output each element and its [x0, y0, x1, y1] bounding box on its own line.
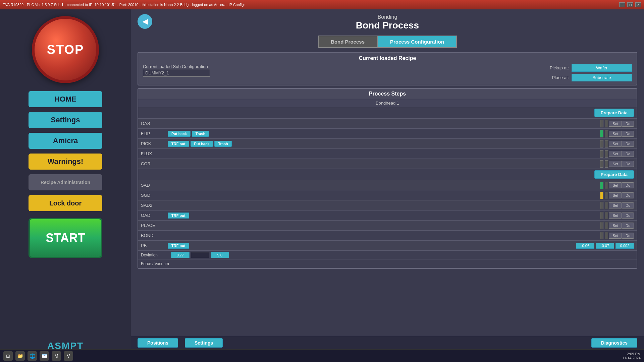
sad2-indicator — [600, 202, 603, 209]
taskbar-icon-3[interactable]: 📧 — [40, 351, 49, 361]
taskbar-icon-5[interactable]: V — [64, 351, 73, 361]
place-do-btn[interactable]: Do — [622, 223, 634, 229]
step-row-flux: FLUX Set Do — [138, 149, 637, 159]
pick-buttons: TRF out Put back Trash — [168, 141, 599, 147]
step-row-sgd: SGD Set Do — [138, 190, 637, 200]
oas-do-btn[interactable]: Do — [622, 121, 634, 127]
place-indicator — [600, 222, 603, 229]
back-button[interactable]: ◀ — [138, 14, 152, 29]
pick-indicator2 — [605, 140, 608, 147]
oas-set-btn[interactable]: Set — [609, 121, 622, 127]
step-name-sad: SAD — [141, 183, 168, 188]
flip-trash-btn[interactable]: Trash — [192, 131, 209, 137]
diagnostics-button[interactable]: Diagnostics — [591, 338, 637, 348]
close-button[interactable]: ✕ — [635, 2, 641, 7]
bond-indicator2 — [605, 232, 608, 239]
page-title: Bond Process — [356, 20, 419, 31]
pb-dev-val-3: 0.002 — [615, 243, 634, 249]
recipe-admin-button[interactable]: Recipe Administration — [29, 174, 102, 190]
lock-door-button[interactable]: Lock door — [29, 195, 102, 211]
sidebar: STOP HOME Settings Amicra Warnings! Reci… — [0, 9, 131, 362]
place-set-btn[interactable]: Set — [609, 223, 622, 229]
sub-config-label: Current loaded Sub Configuration — [143, 64, 210, 69]
sgd-do-btn[interactable]: Do — [622, 192, 634, 198]
taskbar-icon-4[interactable]: M — [52, 351, 61, 361]
step-row-flip: FLIP Put back Trash Set Do — [138, 129, 637, 139]
oad-do-btn[interactable]: Do — [622, 213, 634, 219]
prepare-data-button-2[interactable]: Prepare Data — [594, 170, 634, 179]
taskbar-icon-2[interactable]: 🌐 — [28, 351, 37, 361]
pick-set-btn[interactable]: Set — [609, 141, 622, 147]
taskbar-start-icon[interactable]: ⊞ — [3, 351, 13, 361]
tab-process-config[interactable]: Process Configuration — [377, 36, 457, 48]
settings-bottom-button[interactable]: Settings — [185, 338, 223, 348]
main-header: ◀ Bonding Bond Process — [131, 9, 644, 33]
sad2-set-btn[interactable]: Set — [609, 202, 622, 208]
title-bar: EVA R19829 - PLC Ver 1.5.9.7 Sub 1 - con… — [0, 0, 644, 9]
amicra-button[interactable]: Amicra — [29, 133, 102, 149]
flip-indicator — [600, 130, 603, 137]
bond-set-btn[interactable]: Set — [609, 233, 622, 239]
pb-dev-values: -0.06 -0.07 0.002 — [576, 243, 634, 249]
flip-putback-btn[interactable]: Put back — [168, 131, 191, 137]
taskbar-clock: 2:09 PM — [622, 352, 641, 356]
process-steps-title: Process Steps — [138, 89, 637, 99]
place-indicator2 — [605, 222, 608, 229]
flip-set-btn[interactable]: Set — [609, 131, 622, 137]
sgd-set-btn[interactable]: Set — [609, 192, 622, 198]
sad2-do-btn[interactable]: Do — [622, 202, 634, 208]
sub-config-input[interactable] — [143, 69, 210, 77]
settings-button[interactable]: Settings — [29, 112, 102, 128]
back-arrow-icon: ◀ — [142, 17, 148, 26]
process-steps-box: Process Steps Bondhead 1 Prepare Data OA… — [138, 88, 637, 269]
step-row-pb: PB TRF out -0.06 -0.07 0.002 — [138, 241, 637, 251]
flip-indicator2 — [605, 130, 608, 137]
pick-trfout-btn[interactable]: TRF out — [168, 141, 189, 147]
place-label: Place at: — [542, 75, 569, 80]
positions-button[interactable]: Positions — [138, 338, 178, 348]
step-name-flux: FLUX — [141, 151, 168, 156]
sad-do-btn[interactable]: Do — [622, 182, 634, 188]
taskbar-icon-1[interactable]: 📁 — [15, 351, 25, 361]
pb-dev-val-2: -0.07 — [596, 243, 614, 249]
flux-set-btn[interactable]: Set — [609, 151, 622, 157]
cor-set-btn[interactable]: Set — [609, 161, 622, 167]
pickup-value: Wafer — [572, 64, 632, 72]
restore-button[interactable]: ◻ — [627, 2, 633, 7]
pick-trash-btn[interactable]: Trash — [214, 141, 231, 147]
sad-indicator — [600, 182, 603, 189]
deviation-label: Deviation — [141, 253, 168, 257]
bond-indicator — [600, 232, 603, 239]
pb-dev-val-1: -0.06 — [576, 243, 594, 249]
dev-fv-3: 9.0 — [211, 252, 229, 258]
sad-set-btn[interactable]: Set — [609, 182, 622, 188]
flip-do-btn[interactable]: Do — [622, 131, 634, 137]
sad-indicator2 — [605, 182, 608, 189]
pick-putback-btn[interactable]: Put back — [191, 141, 213, 147]
flux-do-btn[interactable]: Do — [622, 151, 634, 157]
minimize-button[interactable]: ─ — [619, 2, 625, 7]
step-name-sgd: SGD — [141, 193, 168, 198]
tab-bond-process[interactable]: Bond Process — [318, 36, 377, 48]
prepare-data-button-1[interactable]: Prepare Data — [594, 109, 634, 117]
pick-indicator — [600, 140, 603, 147]
pb-buttons: TRF out — [168, 243, 576, 249]
dev-fv-2 — [191, 252, 209, 258]
oad-indicator2 — [605, 212, 608, 219]
cor-do-btn[interactable]: Do — [622, 161, 634, 167]
force-vacuum-label: Force / Vacuum — [141, 261, 169, 266]
home-button[interactable]: HOME — [29, 91, 102, 107]
step-name-pb: PB — [141, 243, 168, 248]
stop-button[interactable]: STOP — [32, 16, 99, 83]
start-button[interactable]: START — [29, 218, 102, 258]
oad-set-btn[interactable]: Set — [609, 213, 622, 219]
warnings-button[interactable]: Warnings! — [29, 154, 102, 170]
pickup-row: Pickup at: Wafer — [542, 64, 632, 72]
prepare-data-row-1: Prepare Data — [138, 107, 637, 119]
tab-bar: Bond Process Process Configuration — [131, 33, 644, 49]
place-value: Substrate — [572, 74, 632, 81]
oad-trfout-btn[interactable]: TRF out — [168, 213, 189, 219]
bond-do-btn[interactable]: Do — [622, 233, 634, 239]
pick-do-btn[interactable]: Do — [622, 141, 634, 147]
pb-trfout-btn[interactable]: TRF out — [168, 243, 189, 249]
